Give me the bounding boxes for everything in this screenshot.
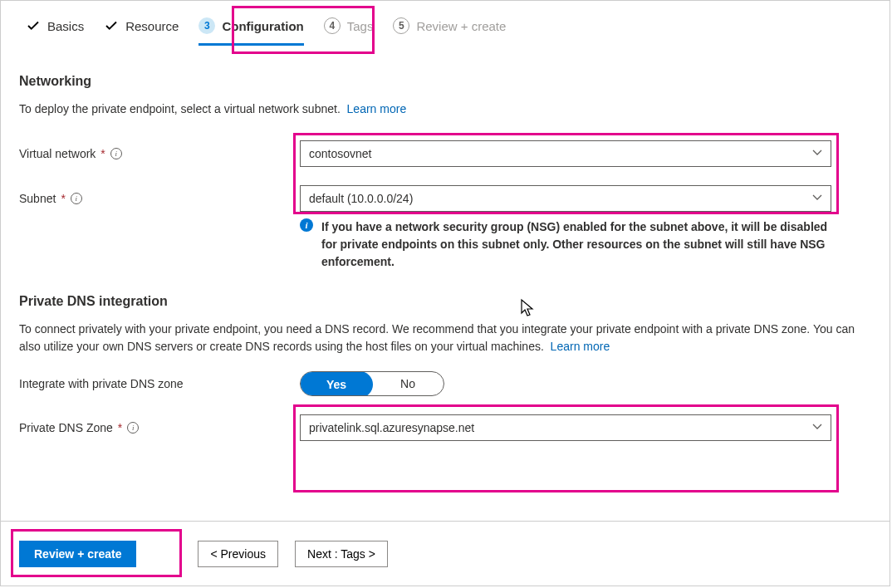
integrate-label: Integrate with private DNS zone	[19, 377, 184, 390]
chevron-down-icon	[812, 147, 822, 160]
wizard-footer: Review + create < Previous Next : Tags >	[1, 521, 890, 586]
wizard-tabs: Basics Resource 3 Configuration 4 Tags 5…	[1, 1, 890, 51]
vnet-label: Virtual network	[19, 147, 96, 160]
dns-lead: To connect privately with your private e…	[19, 321, 871, 355]
vnet-value: contosovnet	[309, 147, 372, 160]
step-number-badge: 4	[324, 17, 341, 34]
required-asterisk: *	[61, 192, 65, 205]
subnet-label: Subnet	[19, 192, 56, 205]
next-button[interactable]: Next : Tags >	[295, 541, 388, 567]
dns-lead-text: To connect privately with your private e…	[19, 322, 855, 352]
toggle-no[interactable]: No	[372, 372, 444, 395]
dns-zone-value: privatelink.sql.azuresynapse.net	[309, 421, 474, 434]
tab-label: Review + create	[416, 19, 506, 33]
info-icon[interactable]: i	[127, 422, 139, 434]
check-icon	[26, 18, 41, 33]
step-number-badge: 5	[393, 17, 409, 34]
vnet-dropdown[interactable]: contosovnet	[300, 140, 831, 167]
toggle-yes[interactable]: Yes	[300, 371, 373, 396]
tab-resource[interactable]: Resource	[104, 18, 179, 37]
tab-label: Configuration	[222, 19, 303, 33]
nsg-info-text: If you have a network security group (NS…	[321, 218, 831, 271]
integrate-toggle[interactable]: Yes No	[300, 371, 444, 396]
tab-basics[interactable]: Basics	[26, 18, 84, 37]
dns-heading: Private DNS integration	[19, 294, 871, 309]
dns-zone-label: Private DNS Zone	[19, 421, 113, 434]
tab-review-create[interactable]: 5 Review + create	[393, 17, 506, 37]
tab-tags[interactable]: 4 Tags	[324, 17, 374, 37]
networking-heading: Networking	[19, 74, 871, 89]
previous-button[interactable]: < Previous	[198, 541, 278, 567]
info-icon[interactable]: i	[71, 193, 82, 204]
active-tab-underline	[198, 43, 303, 46]
review-create-button[interactable]: Review + create	[19, 541, 136, 567]
info-filled-icon: i	[300, 218, 313, 232]
networking-lead: To deploy the private endpoint, select a…	[19, 100, 871, 117]
networking-lead-text: To deploy the private endpoint, select a…	[19, 102, 341, 115]
subnet-dropdown[interactable]: default (10.0.0.0/24)	[300, 185, 831, 212]
dns-learn-more-link[interactable]: Learn more	[551, 340, 610, 353]
tab-label: Resource	[125, 19, 179, 33]
tab-configuration[interactable]: 3 Configuration	[198, 17, 303, 37]
nsg-info-box: i If you have a network security group (…	[300, 218, 831, 271]
subnet-value: default (10.0.0.0/24)	[309, 192, 413, 205]
networking-learn-more-link[interactable]: Learn more	[347, 102, 407, 115]
tab-label: Basics	[47, 19, 84, 33]
chevron-down-icon	[812, 192, 822, 205]
required-asterisk: *	[100, 147, 105, 160]
required-asterisk: *	[118, 421, 122, 434]
info-icon[interactable]: i	[110, 148, 122, 159]
dns-zone-dropdown[interactable]: privatelink.sql.azuresynapse.net	[300, 414, 831, 441]
chevron-down-icon	[812, 421, 822, 434]
check-icon	[104, 18, 119, 33]
step-number-badge: 3	[198, 17, 215, 34]
tab-label: Tags	[347, 19, 374, 33]
